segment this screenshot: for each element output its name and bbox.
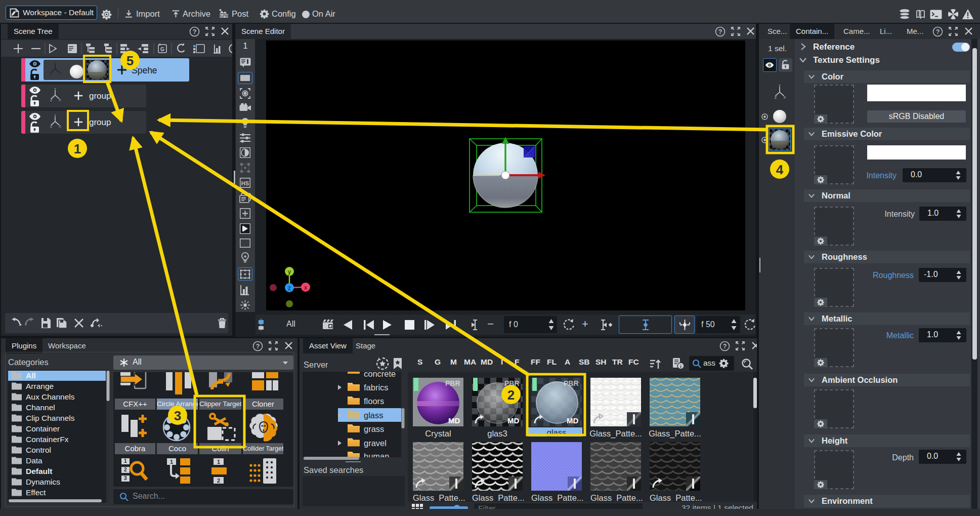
svg-text:2: 2 (507, 387, 515, 403)
svg-text:1: 1 (74, 141, 81, 156)
svg-text:4: 4 (776, 162, 784, 177)
svg-text:5: 5 (126, 53, 134, 68)
svg-text:3: 3 (174, 408, 181, 423)
